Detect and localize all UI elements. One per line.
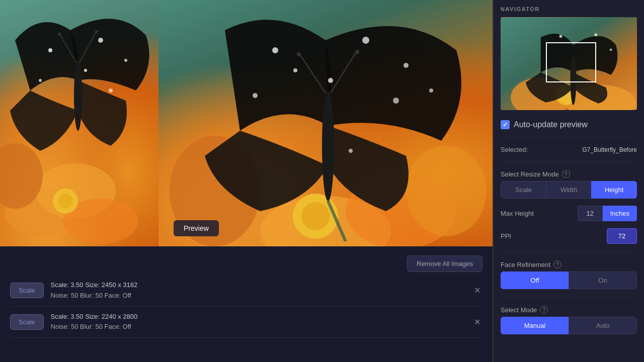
image-info-2: Scale: 3.50 Size: 2240 x 2800 Noise: 50 …: [51, 312, 465, 333]
image-item: Scale Scale: 3.50 Size: 2450 x 3182 Nois…: [10, 275, 482, 307]
remove-all-images-button[interactable]: Remove All Images: [407, 255, 482, 272]
face-refinement-label-row: Face Refinement ?: [501, 260, 637, 268]
resize-mode-help-icon[interactable]: ?: [562, 170, 570, 178]
auto-update-checkbox[interactable]: [501, 120, 510, 129]
preview-label: Preview: [174, 220, 219, 236]
select-mode-manual-btn[interactable]: Manual: [501, 317, 569, 334]
ppi-input[interactable]: [607, 228, 637, 244]
selected-label: Selected:: [501, 146, 528, 153]
max-height-input-group: Inches: [578, 206, 637, 221]
resize-mode-height-btn[interactable]: Height: [591, 181, 637, 199]
select-mode-section: Select Mode ? Manual Auto: [501, 306, 637, 334]
select-mode-help-icon[interactable]: ?: [540, 306, 548, 314]
remove-image-1-icon[interactable]: ✕: [472, 284, 482, 297]
resize-mode-section: Select Resize Mode ? Scale Width Height: [501, 170, 637, 199]
remove-all-btn-row: Remove All Images: [10, 251, 482, 275]
image-info-2-line2: Noise: 50 Blur: 50 Face: Off: [51, 322, 465, 332]
image-after: Preview: [158, 0, 493, 246]
max-height-label: Max Height: [501, 210, 541, 217]
navigator-viewport: [546, 42, 596, 82]
face-refinement-btn-group: Off On: [501, 272, 637, 289]
max-height-row: Max Height Inches: [501, 206, 637, 221]
ppi-row: PPI: [501, 228, 637, 244]
divider-1: [501, 137, 637, 138]
image-info-2-line1: Scale: 3.50 Size: 2240 x 2800: [51, 312, 465, 322]
divider-2: [501, 161, 637, 162]
resize-mode-scale-btn[interactable]: Scale: [501, 181, 546, 199]
selected-row: Selected: G7_Butterfly_Before: [501, 146, 637, 153]
image-list-area: Remove All Images Scale Scale: 3.50 Size…: [0, 246, 493, 362]
navigator-section: NAVIGATOR: [494, 0, 644, 114]
navigator-image: [501, 17, 637, 110]
resize-mode-label-row: Select Resize Mode ?: [501, 170, 637, 178]
divider-3: [501, 252, 637, 252]
image-info-1-line1: Scale: 3.50 Size: 2450 x 3182: [51, 280, 465, 291]
select-mode-btn-group: Manual Auto: [501, 317, 637, 334]
divider-4: [501, 297, 637, 298]
select-mode-auto-btn[interactable]: Auto: [569, 317, 637, 334]
ppi-label: PPI: [501, 232, 541, 240]
max-height-input[interactable]: [578, 206, 603, 221]
select-mode-label-row: Select Mode ?: [501, 306, 637, 314]
svg-point-44: [559, 35, 562, 38]
resize-mode-label: Select Resize Mode: [501, 170, 559, 178]
select-mode-label: Select Mode: [501, 306, 537, 314]
auto-update-row: Auto-update preview: [501, 120, 637, 129]
image-preview-area: Preview: [0, 0, 493, 246]
image-panel: Preview Remove All Images Scale Scale: 3…: [0, 0, 493, 362]
resize-mode-btn-group: Scale Width Height: [501, 181, 637, 199]
image-info-1-line2: Noise: 50 Blur: 50 Face: Off: [51, 291, 465, 301]
right-panel: NAVIGATOR: [493, 0, 644, 362]
face-refinement-label: Face Refinement: [501, 261, 550, 268]
max-height-unit-btn[interactable]: Inches: [603, 206, 637, 221]
auto-update-label: Auto-update preview: [514, 120, 588, 129]
svg-point-45: [594, 33, 597, 36]
face-refinement-help-icon[interactable]: ?: [553, 260, 561, 268]
resize-mode-width-btn[interactable]: Width: [546, 181, 591, 199]
remove-image-2-icon[interactable]: ✕: [472, 315, 482, 329]
navigator-title: NAVIGATOR: [501, 6, 637, 12]
face-refinement-off-btn[interactable]: Off: [501, 272, 569, 289]
settings-section: Auto-update preview Selected: G7_Butterf…: [494, 114, 644, 340]
svg-point-46: [610, 49, 612, 51]
scale-badge-2[interactable]: Scale: [10, 314, 44, 330]
image-info-1: Scale: 3.50 Size: 2450 x 3182 Noise: 50 …: [51, 280, 465, 301]
selected-value: G7_Butterfly_Before: [582, 146, 637, 153]
image-before: [0, 0, 158, 246]
scale-badge-1[interactable]: Scale: [10, 283, 44, 298]
image-item-2: Scale Scale: 3.50 Size: 2240 x 2800 Nois…: [10, 307, 482, 338]
face-refinement-on-btn[interactable]: On: [569, 272, 637, 289]
face-refinement-section: Face Refinement ? Off On: [501, 260, 637, 289]
